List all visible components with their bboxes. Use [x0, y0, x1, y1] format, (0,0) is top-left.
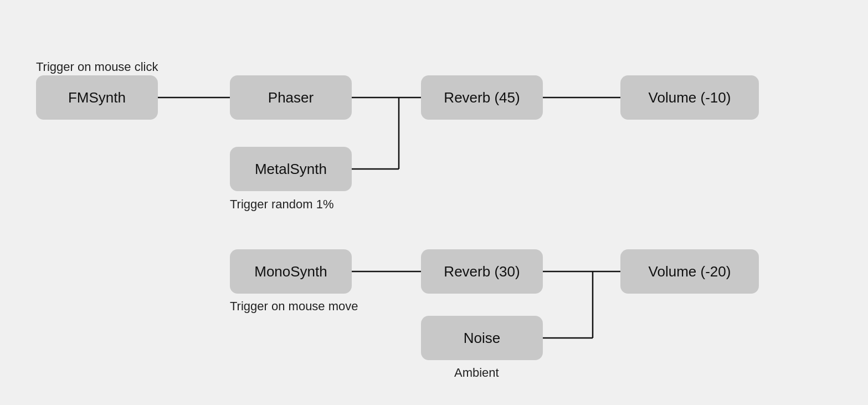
phaser-label: Phaser [268, 89, 314, 106]
trigger-click-label: Trigger on mouse click [36, 60, 158, 74]
noise-label: Noise [464, 330, 500, 347]
reverb2-label: Reverb (30) [444, 263, 520, 280]
monosynth-node[interactable]: MonoSynth [230, 249, 352, 294]
monosynth-label: MonoSynth [254, 263, 327, 280]
fmsynth-node[interactable]: FMSynth [36, 75, 158, 120]
fmsynth-label: FMSynth [68, 89, 126, 106]
volume2-label: Volume (-20) [649, 263, 731, 280]
metalsynth-label: MetalSynth [255, 161, 327, 178]
reverb1-label: Reverb (45) [444, 89, 520, 106]
volume1-label: Volume (-10) [649, 89, 731, 106]
diagram: FMSynth Phaser MetalSynth Reverb (45) Vo… [0, 0, 868, 405]
phaser-node[interactable]: Phaser [230, 75, 352, 120]
volume2-node[interactable]: Volume (-20) [620, 249, 759, 294]
reverb1-node[interactable]: Reverb (45) [421, 75, 543, 120]
volume1-node[interactable]: Volume (-10) [620, 75, 759, 120]
noise-node[interactable]: Noise [421, 316, 543, 360]
reverb2-node[interactable]: Reverb (30) [421, 249, 543, 294]
trigger-move-label: Trigger on mouse move [230, 299, 358, 314]
ambient-label: Ambient [454, 366, 499, 380]
trigger-random-label: Trigger random 1% [230, 197, 333, 212]
metalsynth-node[interactable]: MetalSynth [230, 147, 352, 191]
